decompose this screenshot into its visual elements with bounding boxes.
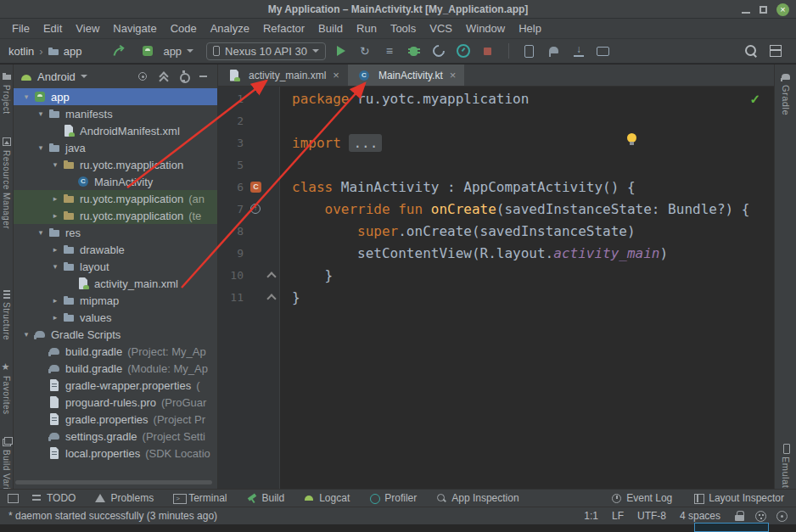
tree-item-drawable[interactable]: ▸drawable: [14, 241, 217, 258]
tree-item-settings-gradle[interactable]: settings.gradle(Project Setti: [14, 428, 217, 445]
tree-item-gradle-wrapper-properties[interactable]: gradle-wrapper.properties(: [14, 377, 217, 394]
tree-item-mainactivity[interactable]: MainActivity: [14, 173, 217, 190]
minimize-button[interactable]: [742, 12, 750, 14]
layout-editor-icon[interactable]: [767, 42, 784, 59]
tree-item-build-gradle[interactable]: build.gradle(Module: My_Ap: [14, 360, 217, 377]
tree-item-gradle-properties[interactable]: gradle.properties(Project Pr: [14, 411, 217, 428]
caret-position[interactable]: 1:1: [584, 510, 598, 522]
toolwindow-button-event-log[interactable]: Event Log: [610, 492, 672, 504]
menu-run[interactable]: Run: [350, 20, 384, 37]
chevron-down-icon[interactable]: ▾: [35, 143, 47, 152]
rerun-icon[interactable]: [356, 42, 373, 59]
line-separator[interactable]: LF: [612, 510, 624, 522]
chevron-right-icon[interactable]: ▸: [49, 211, 61, 220]
collapse-all-icon[interactable]: [156, 70, 170, 83]
run-configuration-select[interactable]: app: [134, 42, 199, 59]
avd-manager-icon[interactable]: [595, 42, 612, 59]
chevron-down-icon[interactable]: ▾: [49, 160, 61, 169]
close-button[interactable]: ×: [776, 3, 789, 16]
code-editor[interactable]: 123567891011 package ru.yotc.myapplicati…: [218, 87, 774, 489]
run-configurations-icon[interactable]: [381, 42, 398, 59]
breadcrumb-app[interactable]: app: [64, 45, 82, 58]
menu-build[interactable]: Build: [311, 20, 350, 37]
stripe-build-variants[interactable]: Build Variants: [2, 436, 12, 489]
sync-gradle-icon[interactable]: [546, 42, 563, 59]
tree-item-gradle-scripts[interactable]: ▾Gradle Scripts: [14, 326, 217, 343]
stripe-emulator[interactable]: Emulator: [781, 443, 791, 489]
menu-analyze[interactable]: Analyze: [204, 20, 256, 37]
tree-item-layout[interactable]: ▾layout: [14, 258, 217, 275]
menu-window[interactable]: Window: [459, 20, 512, 37]
menu-edit[interactable]: Edit: [36, 20, 69, 37]
menu-help[interactable]: Help: [512, 20, 548, 37]
menu-file[interactable]: File: [5, 20, 36, 37]
breadcrumb-kotlin[interactable]: kotlin: [8, 45, 34, 58]
intention-bulb-icon[interactable]: [627, 133, 636, 143]
tree-item-mipmap[interactable]: ▸mipmap: [14, 292, 217, 309]
tree-item-res[interactable]: ▾res: [14, 224, 217, 241]
search-icon[interactable]: [743, 42, 760, 59]
tree-item-manifests[interactable]: ▾manifests: [14, 105, 217, 122]
toolwindow-button-profiler[interactable]: Profiler: [368, 492, 417, 504]
chevron-down-icon[interactable]: ▾: [35, 228, 47, 237]
toolwindow-button-todo[interactable]: TODO: [31, 492, 76, 504]
menu-view[interactable]: View: [69, 20, 106, 37]
tree-item-build-gradle[interactable]: build.gradle(Project: My_Ap: [14, 343, 217, 360]
run-button[interactable]: [333, 42, 350, 59]
fold-marker-icon[interactable]: [266, 294, 276, 303]
quick-access-icon[interactable]: [7, 492, 19, 504]
lock-icon[interactable]: [734, 511, 745, 522]
chevron-right-icon[interactable]: ▸: [49, 245, 61, 254]
toolwindow-button-build[interactable]: Build: [246, 492, 285, 504]
device-select[interactable]: Nexus 10 API 30: [206, 42, 326, 60]
menu-tools[interactable]: Tools: [384, 20, 423, 37]
hide-panel-icon[interactable]: [197, 70, 210, 83]
chevron-down-icon[interactable]: ▾: [49, 262, 61, 271]
stripe-project[interactable]: Project: [2, 71, 12, 115]
editor-tab-activity-main-xml[interactable]: activity_main.xml×: [218, 64, 348, 86]
chevron-down-icon[interactable]: ▾: [35, 109, 47, 118]
stripe-gradle[interactable]: Gradle: [781, 71, 791, 115]
locate-file-icon[interactable]: [136, 70, 149, 83]
sdk-manager-icon[interactable]: [570, 42, 587, 59]
toolwindow-button-layout-inspector[interactable]: Layout Inspector: [692, 492, 784, 504]
menu-code[interactable]: Code: [164, 20, 204, 37]
toolwindow-button-problems[interactable]: Problems: [94, 492, 154, 504]
chevron-down-icon[interactable]: ▾: [20, 330, 32, 339]
toolwindow-button-terminal[interactable]: Terminal: [172, 492, 227, 504]
menu-navigate[interactable]: Navigate: [106, 20, 163, 37]
tree-item-java[interactable]: ▾java: [14, 139, 217, 156]
stripe-resource-manager[interactable]: Resource Manager: [2, 137, 12, 229]
profiler-icon[interactable]: [455, 42, 472, 59]
horizontal-scrollbar[interactable]: [15, 480, 212, 484]
tree-item-values[interactable]: ▸values: [14, 309, 217, 326]
inspections-profile-icon[interactable]: [755, 511, 766, 522]
tree-item-activity-main-xml[interactable]: activity_main.xml: [14, 275, 217, 292]
fold-marker-icon[interactable]: [266, 272, 276, 281]
class-gutter-icon[interactable]: [250, 182, 261, 193]
settings-icon[interactable]: [177, 70, 190, 83]
tree-item-ru-yotc-myapplication[interactable]: ▸ru.yotc.myapplication(te: [14, 207, 217, 224]
chevron-right-icon[interactable]: ▸: [49, 296, 61, 305]
make-project-icon[interactable]: [110, 42, 127, 59]
stop-icon[interactable]: [479, 42, 496, 59]
tree-item-app[interactable]: ▾app: [14, 88, 217, 105]
attach-debugger-icon[interactable]: [430, 42, 447, 59]
tree-item-local-properties[interactable]: local.properties(SDK Locatio: [14, 445, 217, 462]
indent-setting[interactable]: 4 spaces: [680, 510, 720, 522]
menu-refactor[interactable]: Refactor: [256, 20, 311, 37]
device-manager-icon[interactable]: [521, 42, 538, 59]
tree-item-androidmanifest-xml[interactable]: AndroidManifest.xml: [14, 122, 217, 139]
maximize-button[interactable]: [760, 6, 767, 14]
chevron-right-icon[interactable]: ▸: [49, 313, 61, 322]
file-encoding[interactable]: UTF-8: [637, 510, 666, 522]
chevron-right-icon[interactable]: ▸: [49, 194, 61, 203]
background-tasks-icon[interactable]: [776, 511, 788, 522]
editor-tab-mainactivity-kt[interactable]: MainActivity.kt×: [348, 64, 464, 86]
tree-item-ru-yotc-myapplication[interactable]: ▸ru.yotc.myapplication(an: [14, 190, 217, 207]
close-tab-icon[interactable]: ×: [450, 69, 457, 81]
toolwindow-button-logcat[interactable]: Logcat: [303, 492, 350, 504]
stripe-favorites[interactable]: Favorites: [2, 362, 12, 415]
debug-icon[interactable]: [406, 42, 423, 59]
stripe-structure[interactable]: Structure: [2, 288, 12, 340]
